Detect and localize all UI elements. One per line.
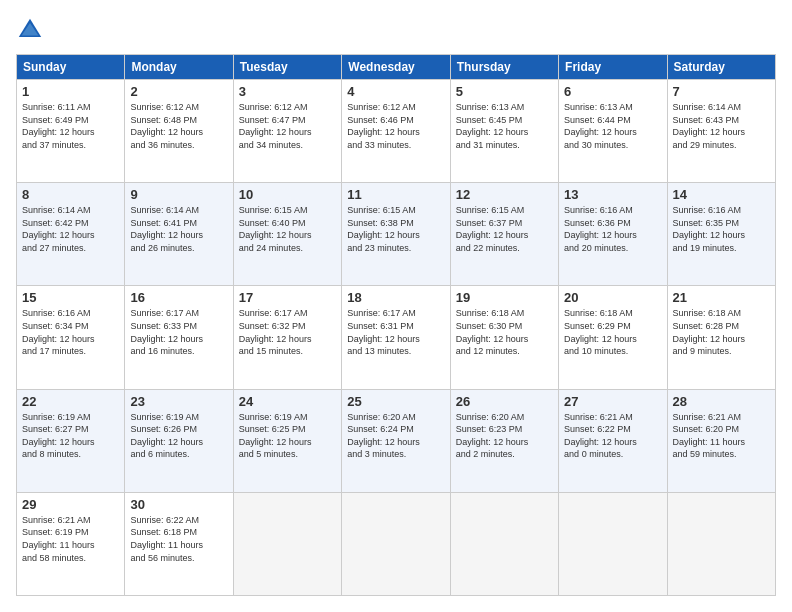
day-info: Sunrise: 6:19 AM Sunset: 6:26 PM Dayligh… [130,411,227,461]
calendar-cell: 9Sunrise: 6:14 AM Sunset: 6:41 PM Daylig… [125,183,233,286]
calendar-cell: 27Sunrise: 6:21 AM Sunset: 6:22 PM Dayli… [559,389,667,492]
day-header-wednesday: Wednesday [342,55,450,80]
day-number: 6 [564,84,661,99]
day-number: 5 [456,84,553,99]
day-number: 1 [22,84,119,99]
day-info: Sunrise: 6:20 AM Sunset: 6:23 PM Dayligh… [456,411,553,461]
day-number: 20 [564,290,661,305]
day-number: 9 [130,187,227,202]
calendar-cell: 6Sunrise: 6:13 AM Sunset: 6:44 PM Daylig… [559,80,667,183]
day-number: 29 [22,497,119,512]
calendar-cell: 14Sunrise: 6:16 AM Sunset: 6:35 PM Dayli… [667,183,775,286]
day-info: Sunrise: 6:21 AM Sunset: 6:22 PM Dayligh… [564,411,661,461]
day-number: 17 [239,290,336,305]
calendar-week-2: 8Sunrise: 6:14 AM Sunset: 6:42 PM Daylig… [17,183,776,286]
day-info: Sunrise: 6:20 AM Sunset: 6:24 PM Dayligh… [347,411,444,461]
day-info: Sunrise: 6:11 AM Sunset: 6:49 PM Dayligh… [22,101,119,151]
day-info: Sunrise: 6:21 AM Sunset: 6:19 PM Dayligh… [22,514,119,564]
calendar-cell: 5Sunrise: 6:13 AM Sunset: 6:45 PM Daylig… [450,80,558,183]
day-info: Sunrise: 6:22 AM Sunset: 6:18 PM Dayligh… [130,514,227,564]
calendar-cell: 26Sunrise: 6:20 AM Sunset: 6:23 PM Dayli… [450,389,558,492]
calendar-cell: 15Sunrise: 6:16 AM Sunset: 6:34 PM Dayli… [17,286,125,389]
day-header-saturday: Saturday [667,55,775,80]
day-number: 15 [22,290,119,305]
calendar: SundayMondayTuesdayWednesdayThursdayFrid… [16,54,776,596]
day-number: 2 [130,84,227,99]
calendar-cell: 22Sunrise: 6:19 AM Sunset: 6:27 PM Dayli… [17,389,125,492]
day-number: 11 [347,187,444,202]
day-info: Sunrise: 6:15 AM Sunset: 6:38 PM Dayligh… [347,204,444,254]
day-number: 27 [564,394,661,409]
day-number: 26 [456,394,553,409]
calendar-cell: 12Sunrise: 6:15 AM Sunset: 6:37 PM Dayli… [450,183,558,286]
day-number: 7 [673,84,770,99]
day-header-tuesday: Tuesday [233,55,341,80]
header [16,16,776,44]
day-info: Sunrise: 6:18 AM Sunset: 6:30 PM Dayligh… [456,307,553,357]
calendar-cell: 13Sunrise: 6:16 AM Sunset: 6:36 PM Dayli… [559,183,667,286]
day-number: 4 [347,84,444,99]
day-number: 16 [130,290,227,305]
day-number: 3 [239,84,336,99]
day-info: Sunrise: 6:16 AM Sunset: 6:35 PM Dayligh… [673,204,770,254]
calendar-cell: 20Sunrise: 6:18 AM Sunset: 6:29 PM Dayli… [559,286,667,389]
calendar-cell: 8Sunrise: 6:14 AM Sunset: 6:42 PM Daylig… [17,183,125,286]
calendar-cell: 7Sunrise: 6:14 AM Sunset: 6:43 PM Daylig… [667,80,775,183]
page: SundayMondayTuesdayWednesdayThursdayFrid… [0,0,792,612]
day-number: 12 [456,187,553,202]
calendar-cell: 11Sunrise: 6:15 AM Sunset: 6:38 PM Dayli… [342,183,450,286]
calendar-cell [233,492,341,595]
day-number: 18 [347,290,444,305]
day-header-thursday: Thursday [450,55,558,80]
day-info: Sunrise: 6:17 AM Sunset: 6:31 PM Dayligh… [347,307,444,357]
calendar-header-row: SundayMondayTuesdayWednesdayThursdayFrid… [17,55,776,80]
day-info: Sunrise: 6:16 AM Sunset: 6:34 PM Dayligh… [22,307,119,357]
calendar-cell: 4Sunrise: 6:12 AM Sunset: 6:46 PM Daylig… [342,80,450,183]
day-info: Sunrise: 6:15 AM Sunset: 6:40 PM Dayligh… [239,204,336,254]
day-info: Sunrise: 6:12 AM Sunset: 6:47 PM Dayligh… [239,101,336,151]
day-number: 28 [673,394,770,409]
calendar-week-1: 1Sunrise: 6:11 AM Sunset: 6:49 PM Daylig… [17,80,776,183]
day-number: 30 [130,497,227,512]
calendar-cell: 29Sunrise: 6:21 AM Sunset: 6:19 PM Dayli… [17,492,125,595]
calendar-cell: 10Sunrise: 6:15 AM Sunset: 6:40 PM Dayli… [233,183,341,286]
calendar-cell: 28Sunrise: 6:21 AM Sunset: 6:20 PM Dayli… [667,389,775,492]
day-header-sunday: Sunday [17,55,125,80]
day-number: 14 [673,187,770,202]
calendar-cell [342,492,450,595]
day-info: Sunrise: 6:17 AM Sunset: 6:32 PM Dayligh… [239,307,336,357]
day-info: Sunrise: 6:13 AM Sunset: 6:45 PM Dayligh… [456,101,553,151]
day-info: Sunrise: 6:19 AM Sunset: 6:25 PM Dayligh… [239,411,336,461]
day-number: 13 [564,187,661,202]
day-number: 19 [456,290,553,305]
calendar-cell: 2Sunrise: 6:12 AM Sunset: 6:48 PM Daylig… [125,80,233,183]
day-info: Sunrise: 6:19 AM Sunset: 6:27 PM Dayligh… [22,411,119,461]
calendar-cell: 25Sunrise: 6:20 AM Sunset: 6:24 PM Dayli… [342,389,450,492]
logo-icon [16,16,44,44]
calendar-cell [667,492,775,595]
day-number: 22 [22,394,119,409]
calendar-cell: 21Sunrise: 6:18 AM Sunset: 6:28 PM Dayli… [667,286,775,389]
calendar-cell: 17Sunrise: 6:17 AM Sunset: 6:32 PM Dayli… [233,286,341,389]
day-info: Sunrise: 6:21 AM Sunset: 6:20 PM Dayligh… [673,411,770,461]
day-header-friday: Friday [559,55,667,80]
calendar-cell: 19Sunrise: 6:18 AM Sunset: 6:30 PM Dayli… [450,286,558,389]
day-info: Sunrise: 6:12 AM Sunset: 6:48 PM Dayligh… [130,101,227,151]
calendar-week-3: 15Sunrise: 6:16 AM Sunset: 6:34 PM Dayli… [17,286,776,389]
day-number: 23 [130,394,227,409]
day-info: Sunrise: 6:14 AM Sunset: 6:43 PM Dayligh… [673,101,770,151]
calendar-cell [559,492,667,595]
day-info: Sunrise: 6:12 AM Sunset: 6:46 PM Dayligh… [347,101,444,151]
calendar-cell: 23Sunrise: 6:19 AM Sunset: 6:26 PM Dayli… [125,389,233,492]
calendar-cell [450,492,558,595]
calendar-week-5: 29Sunrise: 6:21 AM Sunset: 6:19 PM Dayli… [17,492,776,595]
day-info: Sunrise: 6:15 AM Sunset: 6:37 PM Dayligh… [456,204,553,254]
logo [16,16,48,44]
day-info: Sunrise: 6:13 AM Sunset: 6:44 PM Dayligh… [564,101,661,151]
calendar-cell: 18Sunrise: 6:17 AM Sunset: 6:31 PM Dayli… [342,286,450,389]
day-number: 21 [673,290,770,305]
calendar-week-4: 22Sunrise: 6:19 AM Sunset: 6:27 PM Dayli… [17,389,776,492]
day-info: Sunrise: 6:18 AM Sunset: 6:29 PM Dayligh… [564,307,661,357]
day-info: Sunrise: 6:16 AM Sunset: 6:36 PM Dayligh… [564,204,661,254]
day-number: 25 [347,394,444,409]
